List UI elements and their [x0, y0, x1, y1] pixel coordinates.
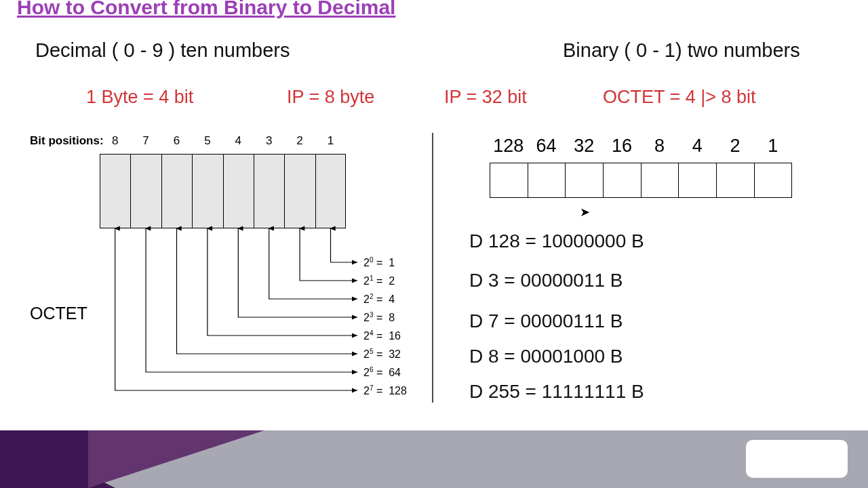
place-value: 8 [641, 136, 679, 157]
power-6: 26 = 64 [363, 366, 401, 379]
pv-cell [678, 163, 716, 198]
bit-pos: 4 [223, 134, 254, 148]
pv-cell [716, 163, 754, 198]
pv-cell [754, 163, 792, 198]
bit-pos: 2 [284, 134, 315, 148]
conversion-row: D 8 = 00001000 B [469, 346, 623, 367]
place-value: 4 [678, 136, 716, 157]
place-value: 16 [603, 136, 641, 157]
bit-cell [100, 154, 130, 228]
conversion-row: D 3 = 00000011 B [469, 270, 623, 291]
fact-byte: 1 Byte = 4 bit [86, 87, 193, 108]
bit-cell [315, 154, 346, 228]
bit-cell [130, 154, 161, 228]
bit-cell [254, 154, 284, 228]
bit-positions-label: Bit positions: [30, 134, 104, 148]
fact-ipbyte: IP = 8 byte [287, 87, 374, 108]
place-value: 2 [716, 136, 754, 157]
power-0: 20 = 1 [363, 256, 395, 269]
bit-pos: 5 [192, 134, 222, 148]
bit-pos: 3 [254, 134, 284, 148]
place-value: 128 [490, 136, 528, 157]
power-1: 21 = 2 [363, 274, 395, 287]
bit-cell [192, 154, 222, 228]
bit-cell [223, 154, 254, 228]
bit-cell [284, 154, 315, 228]
conversion-row: D 128 = 10000000 B [469, 230, 644, 252]
subtitle-binary: Binary ( 0 - 1) two numbers [563, 39, 800, 62]
mouse-cursor-icon: ➤ [580, 205, 590, 220]
footer-strip [0, 430, 868, 488]
conversion-row: D 255 = 11111111 B [469, 381, 644, 403]
subtitle-decimal: Decimal ( 0 - 9 ) ten numbers [35, 39, 290, 62]
bit-pos: 8 [100, 134, 130, 148]
place-value: 1 [754, 136, 792, 157]
power-4: 24 = 16 [363, 329, 401, 342]
bit-pos: 6 [161, 134, 192, 148]
pv-cell [565, 163, 603, 198]
bit-cell [161, 154, 192, 228]
place-values-row: 128 64 32 16 8 4 2 1 [490, 136, 792, 157]
power-3: 23 = 8 [363, 311, 395, 324]
pv-cell [490, 163, 528, 198]
bit-pos: 7 [130, 134, 161, 148]
place-value-cells [490, 163, 792, 198]
pv-cell [641, 163, 679, 198]
place-value: 32 [565, 136, 603, 157]
place-value: 64 [528, 136, 566, 157]
fact-ipbit: IP = 32 bit [444, 87, 527, 108]
footer-shape [88, 430, 264, 488]
pv-cell [603, 163, 641, 198]
power-5: 25 = 32 [363, 348, 401, 361]
octet-bits [100, 154, 346, 228]
bit-pos: 1 [315, 134, 346, 148]
fact-octet: OCTET = 4 |> 8 bit [603, 87, 756, 108]
pv-cell [528, 163, 566, 198]
conversion-row: D 7 = 00000111 B [469, 310, 623, 332]
vertical-divider [432, 133, 433, 403]
power-2: 22 = 4 [363, 293, 395, 306]
bit-positions-row: 8 7 6 5 4 3 2 1 [100, 134, 346, 148]
power-7: 27 = 128 [363, 384, 407, 397]
octet-label: OCTET [30, 304, 87, 323]
page-title: How to Convert from Binary to Decimal [17, 0, 395, 19]
footer-badge [746, 440, 848, 478]
